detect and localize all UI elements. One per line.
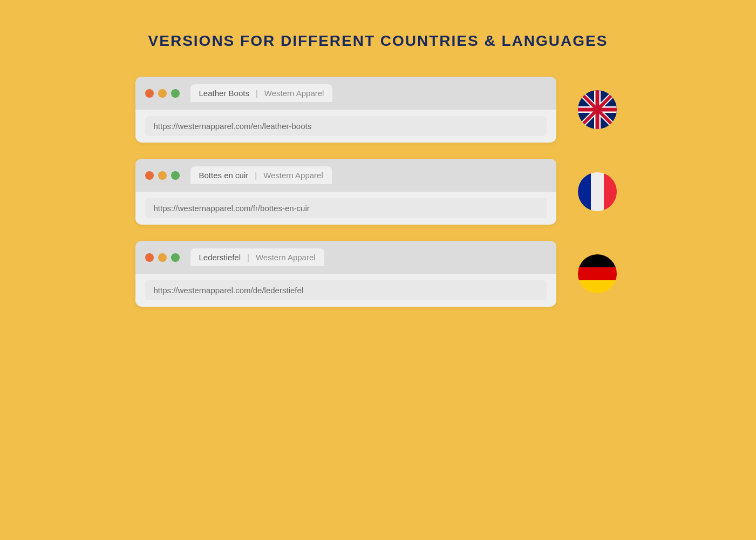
page-title: VERSIONS FOR DIFFERENT COUNTRIES & LANGU… — [148, 32, 608, 50]
tab-separator-en: | — [256, 89, 258, 98]
dot-red-fr[interactable] — [145, 171, 154, 180]
titlebar-en: Leather Boots | Western Apparel — [135, 77, 556, 110]
tab-separator-de: | — [247, 253, 249, 262]
flag-de-gold — [578, 280, 617, 293]
tab-product-fr: Bottes en cuir — [199, 171, 249, 180]
tab-product-de: Lederstiefel — [199, 253, 241, 262]
address-bar-row-de: https://westernapparel.com/de/lederstief… — [135, 274, 556, 307]
tab-en[interactable]: Leather Boots | Western Apparel — [190, 84, 333, 102]
dot-green-fr[interactable] — [171, 171, 180, 180]
browser-window-en: Leather Boots | Western Apparel https://… — [135, 77, 556, 143]
tab-site-fr: Western Apparel — [263, 171, 323, 180]
dot-green-de[interactable] — [171, 253, 180, 262]
browser-window-de: Lederstiefel | Western Apparel https://w… — [135, 241, 556, 307]
flag-fr — [578, 172, 617, 211]
tab-product-en: Leather Boots — [199, 89, 249, 98]
tab-site-de: Western Apparel — [256, 253, 316, 262]
browser-row-fr: Bottes en cuir | Western Apparel https:/… — [135, 159, 621, 225]
traffic-lights-fr — [145, 171, 180, 180]
tab-site-en: Western Apparel — [264, 89, 324, 98]
address-bar-de[interactable]: https://westernapparel.com/de/lederstief… — [145, 280, 547, 300]
traffic-lights-en — [145, 89, 180, 98]
address-bar-fr[interactable]: https://westernapparel.com/fr/bottes-en-… — [145, 198, 547, 218]
dot-green-en[interactable] — [171, 89, 180, 98]
dot-yellow-de[interactable] — [158, 253, 167, 262]
browsers-container: Leather Boots | Western Apparel https://… — [0, 77, 756, 307]
dot-red-de[interactable] — [145, 253, 154, 262]
dot-yellow-en[interactable] — [158, 89, 167, 98]
browser-window-fr: Bottes en cuir | Western Apparel https:/… — [135, 159, 556, 225]
tab-fr[interactable]: Bottes en cuir | Western Apparel — [190, 166, 332, 184]
traffic-lights-de — [145, 253, 180, 262]
tab-de[interactable]: Lederstiefel | Western Apparel — [190, 248, 324, 266]
titlebar-de: Lederstiefel | Western Apparel — [135, 241, 556, 274]
flag-de-black — [578, 254, 617, 267]
tab-bar-de: Lederstiefel | Western Apparel — [190, 248, 547, 266]
flag-fr-blue — [578, 172, 591, 211]
flag-fr-red — [604, 172, 617, 211]
address-bar-row-en: https://westernapparel.com/en/leather-bo… — [135, 110, 556, 143]
tab-separator-fr: | — [255, 171, 257, 180]
dot-red-en[interactable] — [145, 89, 154, 98]
flag-uk — [578, 90, 617, 129]
address-bar-row-fr: https://westernapparel.com/fr/bottes-en-… — [135, 192, 556, 225]
titlebar-fr: Bottes en cuir | Western Apparel — [135, 159, 556, 192]
tab-bar-en: Leather Boots | Western Apparel — [190, 84, 547, 102]
browser-row-de: Lederstiefel | Western Apparel https://w… — [135, 241, 621, 307]
flag-de — [578, 254, 617, 293]
dot-yellow-fr[interactable] — [158, 171, 167, 180]
browser-row-en: Leather Boots | Western Apparel https://… — [135, 77, 621, 143]
address-bar-en[interactable]: https://westernapparel.com/en/leather-bo… — [145, 116, 547, 136]
flag-fr-white — [591, 172, 604, 211]
flag-de-red — [578, 267, 617, 280]
tab-bar-fr: Bottes en cuir | Western Apparel — [190, 166, 547, 184]
